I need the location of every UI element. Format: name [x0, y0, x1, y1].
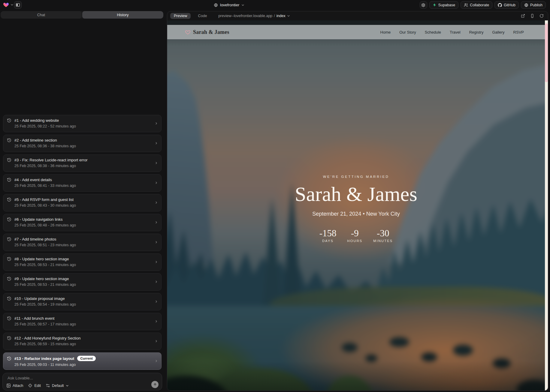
nav-link-our-story[interactable]: Our Story: [399, 30, 416, 34]
settings-button[interactable]: [420, 1, 427, 9]
history-item[interactable]: #1 - Add wedding website 25 Feb 2025, 08…: [3, 115, 162, 132]
history-list: #1 - Add wedding website 25 Feb 2025, 08…: [3, 22, 162, 370]
publish-button[interactable]: Publish: [521, 1, 546, 9]
history-item-title: #2 - Add timeline section: [14, 138, 57, 142]
sidebar: Chat History #1 - Add wedding website 25…: [0, 10, 165, 392]
history-icon: [7, 277, 11, 281]
history-item-title: #9 - Update hero section image: [14, 277, 69, 281]
open-external-icon[interactable]: [521, 14, 525, 18]
history-item[interactable]: #8 - Update hero section image 25 Feb 20…: [3, 253, 162, 271]
chevron-down-icon: [287, 14, 290, 17]
history-item-title: #4 - Add event details: [14, 178, 52, 182]
mode-label: Default: [52, 384, 64, 388]
nav-link-gallery[interactable]: Gallery: [492, 30, 504, 34]
chevron-right-icon: [154, 319, 158, 323]
preview-actions: [521, 14, 544, 18]
project-name: lovefrontier: [220, 3, 239, 7]
site-scrollbar-thumb[interactable]: [545, 23, 548, 82]
top-bar: lovefrontier Supabase: [0, 0, 550, 10]
tab-chat[interactable]: Chat: [1, 11, 82, 19]
workspace-menu[interactable]: [3, 2, 14, 8]
history-icon: [7, 138, 11, 142]
supabase-button[interactable]: Supabase: [429, 1, 458, 9]
github-icon: [498, 3, 502, 7]
attach-button[interactable]: Attach: [6, 383, 23, 388]
history-icon: [7, 178, 11, 182]
mobile-view-icon[interactable]: [530, 14, 534, 18]
history-item[interactable]: #4 - Add event details 25 Feb 2025, 08:4…: [3, 174, 162, 192]
history-item-timestamp: 25 Feb 2025, 08:38 - 36 minutes ago: [14, 164, 158, 168]
history-item-timestamp: 25 Feb 2025, 08:41 - 33 minutes ago: [14, 184, 158, 188]
countdown-cell: -158DAYS: [319, 229, 337, 243]
history-item[interactable]: #12 - Add Honeyfund Registry Section 25 …: [3, 333, 162, 350]
site-nav: HomeOur StoryScheduleTravelRegistryGalle…: [380, 30, 524, 34]
nav-link-schedule[interactable]: Schedule: [425, 30, 441, 34]
github-button[interactable]: GitHub: [494, 1, 519, 9]
history-item-timestamp: 25 Feb 2025, 08:53 - 21 minutes ago: [14, 263, 158, 267]
chevron-right-icon: [154, 300, 158, 304]
countdown-cell: -30MINUTES: [373, 229, 393, 243]
history-item[interactable]: #10 - Update proposal image 25 Feb 2025,…: [3, 293, 162, 310]
target-icon: [28, 383, 32, 388]
chevron-down-icon: [66, 384, 69, 387]
history-item-timestamp: 25 Feb 2025, 08:51 - 23 minutes ago: [14, 243, 158, 247]
history-item[interactable]: #13 - Refactor index page layout Current…: [3, 352, 162, 370]
history-icon: [7, 118, 11, 123]
refresh-icon[interactable]: [539, 14, 544, 18]
hero-subtitle: September 21, 2024 • New York City: [167, 211, 545, 217]
history-item-title: #10 - Update proposal image: [14, 296, 65, 301]
nav-link-home[interactable]: Home: [380, 30, 391, 34]
chat-input[interactable]: [8, 376, 147, 382]
history-item[interactable]: #2 - Add timeline section 25 Feb 2025, 0…: [3, 135, 162, 152]
history-item-title: #1 - Add wedding website: [14, 118, 59, 123]
countdown: -158DAYS-9HOURS-30MINUTES: [167, 229, 545, 243]
history-item-title: #11 - Add brunch event: [14, 316, 54, 321]
github-label: GitHub: [504, 3, 515, 7]
history-item-timestamp: 25 Feb 2025, 08:22 - 52 minutes ago: [14, 124, 158, 128]
history-item[interactable]: #7 - Add timeline photos 25 Feb 2025, 08…: [3, 234, 162, 251]
nav-link-rsvp[interactable]: RSVP: [513, 30, 524, 34]
chevron-right-icon: [154, 121, 158, 125]
nav-link-registry[interactable]: Registry: [469, 30, 484, 34]
history-item-timestamp: 25 Feb 2025, 08:53 - 21 minutes ago: [14, 283, 158, 287]
collaborate-button[interactable]: Collaborate: [461, 1, 492, 9]
mode-selector[interactable]: Default: [46, 383, 69, 388]
tab-code[interactable]: Code: [194, 13, 210, 19]
arrow-up-icon: [153, 383, 157, 387]
globe-icon: [214, 3, 218, 7]
history-item-timestamp: 25 Feb 2025, 08:57 - 17 minutes ago: [14, 322, 158, 326]
history-item[interactable]: #11 - Add brunch event 25 Feb 2025, 08:5…: [3, 313, 162, 330]
attach-label: Attach: [13, 384, 23, 388]
project-selector[interactable]: lovefrontier: [214, 1, 244, 9]
tab-preview[interactable]: Preview: [170, 13, 191, 19]
site-scrollbar[interactable]: [545, 20, 548, 391]
history-item[interactable]: #6 - Update navigation links 25 Feb 2025…: [3, 214, 162, 231]
chevron-right-icon: [154, 201, 158, 205]
chevron-right-icon: [154, 240, 158, 244]
site-frame: Sarah & James HomeOur StoryScheduleTrave…: [167, 20, 548, 391]
preview-panel: Preview Code preview--lovefrontier.lovab…: [167, 11, 548, 391]
edit-button[interactable]: Edit: [28, 383, 41, 388]
history-item[interactable]: #3 - Fix: Resolve Lucide-react import er…: [3, 154, 162, 172]
composer-actions: Attach Edit Default: [6, 383, 69, 388]
history-item-title: #12 - Add Honeyfund Registry Section: [14, 336, 80, 340]
preview-url[interactable]: preview--lovefrontier.lovable.app / inde…: [218, 14, 290, 18]
chevron-right-icon: [154, 359, 158, 363]
history-item[interactable]: #5 - Add RSVP form and guest list 25 Feb…: [3, 194, 162, 211]
history-item[interactable]: #9 - Update hero section image 25 Feb 20…: [3, 273, 162, 291]
supabase-icon: [433, 3, 437, 7]
preview-url-path: index: [277, 14, 286, 18]
top-bar-actions: Supabase Collaborate GitHub Publish: [420, 1, 546, 9]
chevron-right-icon: [154, 280, 158, 284]
tab-history[interactable]: History: [82, 11, 163, 19]
site-logo-text: Sarah & James: [193, 29, 229, 35]
nav-link-travel[interactable]: Travel: [450, 30, 461, 34]
history-item-timestamp: 25 Feb 2025, 08:43 - 30 minutes ago: [14, 203, 158, 208]
history-item-timestamp: 25 Feb 2025, 08:36 - 38 minutes ago: [14, 144, 158, 148]
site-logo[interactable]: Sarah & James: [185, 29, 229, 35]
toggle-sidebar-button[interactable]: [14, 1, 22, 9]
send-button[interactable]: [151, 381, 159, 388]
chevron-right-icon: [154, 260, 158, 264]
history-item-timestamp: 25 Feb 2025, 08:54 - 19 minutes ago: [14, 302, 158, 307]
history-icon: [7, 197, 11, 202]
